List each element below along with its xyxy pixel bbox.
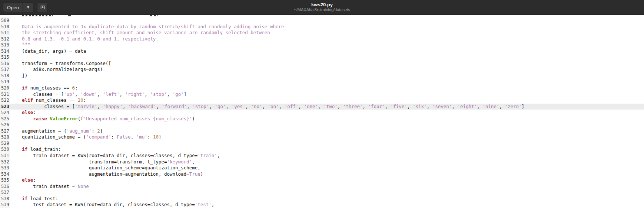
code-line[interactable]: 538 if load_test: <box>0 196 644 202</box>
code-line[interactable]: 511 the stretching coefficient, shift am… <box>0 30 644 36</box>
code-line[interactable]: 527 augmentation = {'aug_num': 2} <box>0 128 644 134</box>
line-number: 539 <box>0 202 10 208</box>
code-text <box>10 140 11 147</box>
code-text: augmentation=augmentation, download=True… <box>10 171 203 178</box>
line-number: 537 <box>0 189 10 196</box>
code-text: augmentation = {'aug_num': 2} <box>10 128 103 134</box>
line-number: 527 <box>0 128 10 134</box>
line-number: 512 <box>0 36 10 42</box>
code-text <box>10 17 11 24</box>
open-dropdown-button[interactable]: ▼ <box>23 3 33 12</box>
code-line[interactable]: 530 if load_train: <box>0 146 644 153</box>
code-text: """ <box>10 42 30 48</box>
line-number: 526 <box>0 122 10 128</box>
code-text: transform=transform, t_type='keyword', <box>10 159 195 165</box>
code-text: Data is augmented to 3x duplicate data b… <box>10 24 284 30</box>
line-number: 524 <box>0 110 10 116</box>
line-number: 532 <box>0 159 10 165</box>
code-line[interactable]: 531 train_dataset = KWS(root=data_dir, c… <box>0 153 644 159</box>
code-line[interactable]: 522 elif num_classes == 20: <box>0 97 644 104</box>
line-number: 536 <box>0 183 10 190</box>
code-text: classes = ['marvin', 'happy', 'backward'… <box>10 104 524 110</box>
new-document-button[interactable] <box>37 3 48 12</box>
document-path: ~/MAXAI/ai8x-training/datasets <box>294 7 350 12</box>
code-line[interactable]: 510 Data is augmented to 3x duplicate da… <box>0 24 644 30</box>
line-number: 517 <box>0 66 10 73</box>
line-number: 522 <box>0 97 10 104</box>
code-line[interactable]: 512 0.8 and 1.3, -0.1 and 0.1, 0 and 1, … <box>0 36 644 42</box>
document-title-block: kws20.py ~/MAXAI/ai8x-training/datasets <box>294 2 350 12</box>
code-text: else: <box>10 177 36 183</box>
code-text: if load_train: <box>10 146 61 153</box>
line-number: 530 <box>0 146 10 153</box>
code-text: quantization_scheme = {'compand': False,… <box>10 134 161 140</box>
line-number: 510 <box>0 24 10 30</box>
code-text <box>10 79 11 85</box>
code-line[interactable]: 521 classes = ['up', 'down', 'left', 'ri… <box>0 91 644 98</box>
line-number: 529 <box>0 140 10 147</box>
code-line[interactable]: 535 else: <box>0 177 644 183</box>
code-line[interactable]: 524 else: <box>0 110 644 116</box>
code-line[interactable]: 515 <box>0 54 644 61</box>
line-number: 511 <box>0 30 10 36</box>
line-number: 516 <box>0 61 10 67</box>
code-text: if num_classes == 6: <box>10 85 78 91</box>
code-text: transform = transforms.Compose([ <box>10 61 111 67</box>
code-text: elif num_classes == 20: <box>10 97 86 104</box>
line-number: 533 <box>0 165 10 171</box>
code-line[interactable]: 519 <box>0 79 644 85</box>
code-text: the stretching coefficient, shift amount… <box>10 30 270 36</box>
line-number: 534 <box>0 171 10 178</box>
line-number: 514 <box>0 48 10 55</box>
code-line[interactable]: 516 transform = transforms.Compose([ <box>0 61 644 67</box>
code-line[interactable]: 534 augmentation=augmentation, download=… <box>0 171 644 178</box>
line-number: 509 <box>0 17 10 24</box>
code-text <box>10 54 11 61</box>
code-text: train_dataset = None <box>10 183 89 190</box>
line-number: 528 <box>0 134 10 140</box>
line-number: 531 <box>0 153 10 159</box>
code-line[interactable]: 526 <box>0 122 644 128</box>
code-line[interactable]: 539 test_dataset = KWS(root=data_dir, cl… <box>0 202 644 208</box>
code-text: ai8x.normalize(args=args) <box>10 66 103 73</box>
editor[interactable]: 509510 Data is augmented to 3x duplicate… <box>0 15 644 208</box>
code-line[interactable]: 517 ai8x.normalize(args=args) <box>0 66 644 73</box>
code-line[interactable]: 525 raise ValueError(f'Unsupported num_c… <box>0 116 644 122</box>
line-number: 519 <box>0 79 10 85</box>
code-line[interactable]: 537 <box>0 189 644 196</box>
line-number: 525 <box>0 116 10 122</box>
line-number: 513 <box>0 42 10 48</box>
line-number: 521 <box>0 91 10 98</box>
code-line[interactable]: 513 """ <box>0 42 644 48</box>
code-line[interactable]: 528 quantization_scheme = {'compand': Fa… <box>0 134 644 140</box>
code-line[interactable]: 536 train_dataset = None <box>0 183 644 190</box>
code-text: else: <box>10 110 36 116</box>
code-line[interactable]: 520 if num_classes == 6: <box>0 85 644 91</box>
code-text: train_dataset = KWS(root=data_dir, class… <box>10 153 220 159</box>
new-tab-icon <box>40 4 46 11</box>
code-text: (data_dir, args) = data <box>10 48 86 55</box>
code-text: if load_test: <box>10 196 58 202</box>
line-number: 520 <box>0 85 10 91</box>
code-line[interactable]: 514 (data_dir, args) = data <box>0 48 644 55</box>
code-line[interactable]: 533 quantization_scheme=quantization_sch… <box>0 165 644 171</box>
open-button[interactable]: Open <box>3 3 23 12</box>
code-line[interactable]: 518 ]) <box>0 73 644 79</box>
code-text: 0.8 and 1.3, -0.1 and 0.1, 0 and 1, resp… <box>10 36 159 42</box>
code-line[interactable]: 509 <box>0 17 644 24</box>
line-number: 523 <box>0 104 10 110</box>
code-line[interactable]: 532 transform=transform, t_type='keyword… <box>0 159 644 165</box>
code-line[interactable]: 529 <box>0 140 644 147</box>
clipped-line-remnant <box>0 15 644 17</box>
code-line[interactable]: 523 classes = ['marvin', 'happy', 'backw… <box>0 104 644 110</box>
code-lines: 509510 Data is augmented to 3x duplicate… <box>0 17 644 208</box>
code-text: ]) <box>10 73 27 79</box>
line-number: 518 <box>0 73 10 79</box>
code-text: test_dataset = KWS(root=data_dir, classe… <box>10 202 214 208</box>
code-text <box>10 189 11 196</box>
open-button-group: Open ▼ <box>3 3 33 12</box>
code-text: quantization_scheme=quantization_scheme, <box>10 165 200 171</box>
line-number: 535 <box>0 177 10 183</box>
line-number: 538 <box>0 196 10 202</box>
header-bar: Open ▼ kws20.py ~/MAXAI/ai8x-training/da… <box>0 0 644 15</box>
